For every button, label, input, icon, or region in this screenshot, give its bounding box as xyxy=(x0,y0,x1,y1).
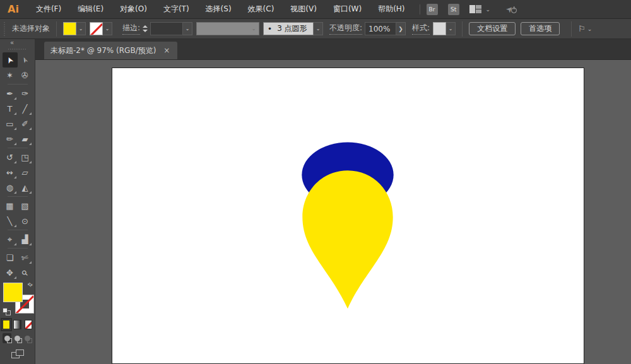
menu-item-help[interactable]: 帮助(H) xyxy=(370,0,413,18)
stroke-width-chevron[interactable]: ⌄ xyxy=(183,22,192,35)
workspace: « ➤➣✶✇✒✑T╱▭✐✏▰↺◳↭▱◍◭▦▧╲⊙⌖▟❏✄✥☌ ⇄ xyxy=(0,39,631,364)
artboard[interactable] xyxy=(112,68,584,364)
stock-button[interactable]: St xyxy=(448,4,459,15)
document-area: 未标题-2* @ 97% (RGB/预览) × xyxy=(35,39,631,364)
perspective-grid-tool[interactable]: ◭ xyxy=(18,180,33,195)
column-graph-tool[interactable]: ▟ xyxy=(18,232,33,247)
menu-bar: Ai 文件(F)编辑(E)对象(O)文字(T)选择(S)效果(C)视图(V)窗口… xyxy=(0,0,631,19)
stroke-panel-link[interactable]: 描边: xyxy=(122,23,140,35)
direct-selection-tool[interactable]: ➣ xyxy=(18,52,33,68)
gradient-button[interactable] xyxy=(13,320,21,329)
eyedropper-tool[interactable]: ╲ xyxy=(3,213,18,228)
eraser-tool[interactable]: ▰ xyxy=(18,131,33,146)
gpu-performance-button[interactable]: ➤ xyxy=(506,4,517,14)
swap-fill-stroke-icon[interactable]: ⇄ xyxy=(27,281,34,288)
draw-inside-icon xyxy=(25,336,30,341)
menu-item-file[interactable]: 文件(F) xyxy=(28,0,69,18)
blend-tool-icon: ⊙ xyxy=(21,217,28,225)
menu-item-type[interactable]: 文字(T) xyxy=(155,0,198,18)
bridge-button[interactable]: Br xyxy=(427,4,438,15)
stroke-color-swatch[interactable] xyxy=(90,22,103,35)
workspace-switcher[interactable]: ⌄ xyxy=(469,5,493,13)
rotate-tool-icon: ↺ xyxy=(6,153,13,161)
step-up-icon xyxy=(143,25,148,28)
slice-tool[interactable]: ✄ xyxy=(18,250,33,265)
app-logo: Ai xyxy=(8,3,19,15)
selection-tool[interactable]: ➤ xyxy=(3,52,18,68)
mesh-tool-icon: ▦ xyxy=(6,202,13,210)
gradient-tool[interactable]: ▧ xyxy=(18,198,33,213)
fill-indicator[interactable] xyxy=(3,283,23,302)
fill-color-chevron[interactable]: ⌄ xyxy=(76,22,86,35)
toolbar-collapse-button[interactable]: « xyxy=(0,39,35,46)
close-icon[interactable]: × xyxy=(162,46,171,55)
yellow-pin-shape[interactable] xyxy=(302,170,392,308)
draw-behind-mode[interactable] xyxy=(13,333,21,343)
line-segment-tool[interactable]: ╱ xyxy=(18,101,33,116)
brush-select[interactable]: • 3 点圆形 xyxy=(263,22,314,35)
color-button[interactable] xyxy=(3,320,10,329)
style-swatch[interactable] xyxy=(433,22,446,35)
width-tool[interactable]: ↭ xyxy=(3,165,18,180)
selection-status: 未选择对象 xyxy=(12,23,50,34)
magic-wand-tool[interactable]: ✶ xyxy=(3,68,18,83)
menu-item-object[interactable]: 对象(O) xyxy=(112,0,155,18)
toolbar-grip[interactable] xyxy=(8,47,27,50)
opacity-field[interactable]: 100% xyxy=(365,22,396,35)
control-bar-grip[interactable] xyxy=(4,22,7,36)
menu-item-select[interactable]: 选择(S) xyxy=(198,0,240,18)
control-bar: 未选择对象 ⌄ ⌄ 描边: ⌄ ⌄ • 3 点圆形 ⌄ 不透明度: 100% ❯… xyxy=(0,19,631,39)
symbol-sprayer-tool-icon: ⌖ xyxy=(8,235,12,244)
panel-flag-icon[interactable]: ⚐ xyxy=(578,24,586,33)
paintbrush-tool-icon: ✐ xyxy=(21,120,28,128)
menu-item-view[interactable]: 视图(V) xyxy=(282,0,325,18)
pen-tool[interactable]: ✒ xyxy=(3,86,18,101)
draw-inside-mode[interactable] xyxy=(23,333,32,343)
blend-tool[interactable]: ⊙ xyxy=(18,213,33,228)
artwork xyxy=(112,68,584,363)
none-button[interactable] xyxy=(25,320,32,329)
style-chevron[interactable]: ⌄ xyxy=(446,22,456,35)
lasso-tool[interactable]: ✇ xyxy=(18,68,33,83)
mesh-tool[interactable]: ▦ xyxy=(3,198,18,213)
curvature-tool[interactable]: ✑ xyxy=(18,86,33,101)
perspective-grid-tool-icon: ◭ xyxy=(22,184,28,192)
artboard-tool[interactable]: ❏ xyxy=(3,250,18,265)
tools-grid: ➤➣✶✇✒✑T╱▭✐✏▰↺◳↭▱◍◭▦▧╲⊙⌖▟❏✄✥☌ xyxy=(0,52,35,280)
stroke-width-stepper[interactable] xyxy=(141,22,149,36)
shape-builder-tool[interactable]: ◍ xyxy=(3,180,18,195)
hand-tool-icon: ✥ xyxy=(6,269,13,277)
fill-color-swatch[interactable] xyxy=(63,22,76,35)
document-tab[interactable]: 未标题-2* @ 97% (RGB/预览) × xyxy=(44,42,177,59)
stroke-profile-select[interactable]: ⌄ xyxy=(196,22,259,35)
scale-tool[interactable]: ◳ xyxy=(18,150,33,165)
paintbrush-tool[interactable]: ✐ xyxy=(18,116,33,131)
draw-normal-mode[interactable] xyxy=(3,333,11,343)
default-fill-stroke-icon[interactable] xyxy=(3,308,11,315)
rectangle-tool[interactable]: ▭ xyxy=(3,116,18,131)
canvas-area[interactable] xyxy=(35,60,631,364)
hand-tool[interactable]: ✥ xyxy=(3,265,18,280)
menu-item-edit[interactable]: 编辑(E) xyxy=(69,0,112,18)
opacity-arrow-button[interactable]: ❯ xyxy=(396,22,406,35)
separator xyxy=(462,21,463,37)
style-panel-link[interactable]: 样式: xyxy=(412,23,430,35)
menu-item-effect[interactable]: 效果(C) xyxy=(240,0,283,18)
stroke-width-field[interactable] xyxy=(150,22,183,35)
menu-item-window[interactable]: 窗口(W) xyxy=(325,0,370,18)
preferences-button[interactable]: 首选项 xyxy=(521,22,560,35)
type-tool[interactable]: T xyxy=(3,101,18,116)
symbol-sprayer-tool[interactable]: ⌖ xyxy=(3,232,18,247)
free-transform-tool[interactable]: ▱ xyxy=(18,165,33,180)
brush-chevron[interactable]: ⌄ xyxy=(314,22,323,35)
stroke-color-chevron[interactable]: ⌄ xyxy=(103,22,112,35)
rotate-tool[interactable]: ↺ xyxy=(3,150,18,165)
panel-chevron-icon[interactable]: ⌄ xyxy=(586,26,594,32)
opacity-panel-link[interactable]: 不透明度: xyxy=(329,23,362,35)
screen-mode-button[interactable] xyxy=(11,349,24,359)
column-graph-tool-icon: ▟ xyxy=(22,235,28,244)
zoom-tool[interactable]: ☌ xyxy=(18,265,33,280)
document-setup-button[interactable]: 文档设置 xyxy=(469,22,516,35)
draw-normal-icon xyxy=(4,336,10,341)
shaper-tool[interactable]: ✏ xyxy=(3,131,18,146)
